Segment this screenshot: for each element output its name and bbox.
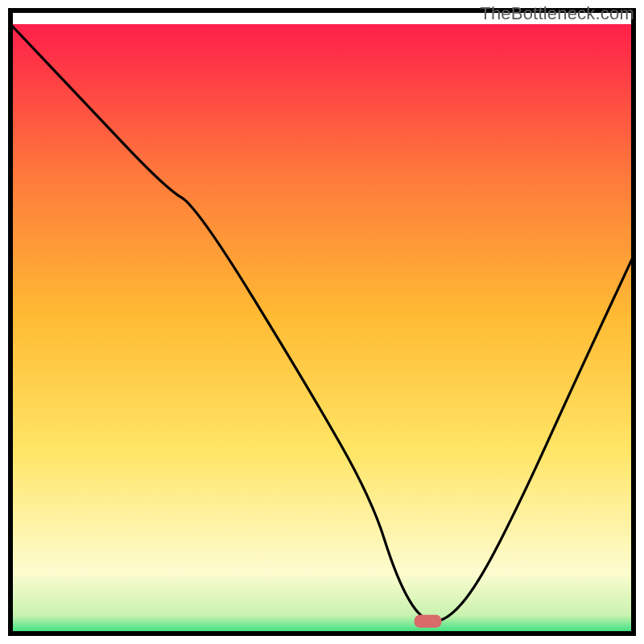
chart-background — [10, 24, 634, 634]
optimal-point-marker — [415, 615, 442, 628]
chart-svg — [4, 4, 640, 640]
bottleneck-chart — [4, 4, 640, 640]
watermark-text: TheBottleneck.com — [480, 3, 634, 24]
